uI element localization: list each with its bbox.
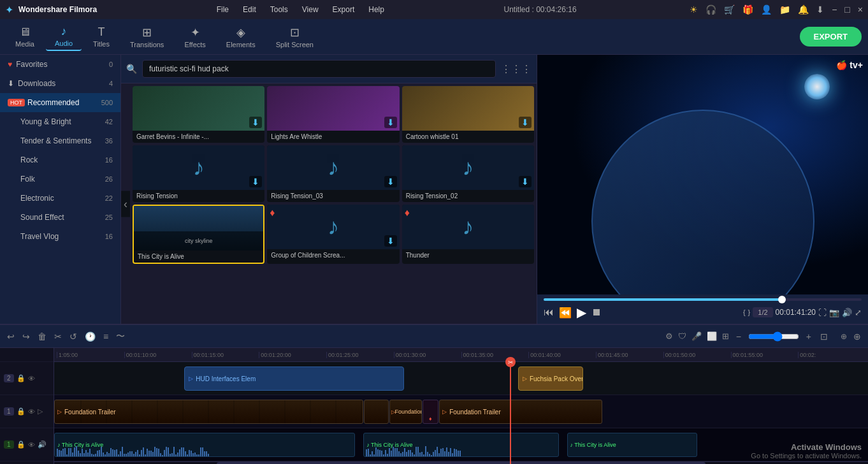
download-lights-btn[interactable]: ⬇ [384, 117, 397, 128]
color-btn[interactable]: ≡ [101, 330, 110, 344]
fit-btn[interactable]: ⊡ [818, 330, 830, 344]
download-icon[interactable]: ⬇ [816, 4, 824, 15]
timeline-tracks-area[interactable]: 1:05:00 00:01:10:00 00:01:15:00 00:01:20… [54, 348, 868, 464]
media-item-group-children[interactable]: ♪ ♦ ⬇ Group of Children Screa... [267, 205, 399, 264]
media-item-lights[interactable]: ⬇ Lights Are Whistle [267, 86, 399, 143]
stop-btn[interactable]: ⏹ [591, 307, 602, 318]
volume-btn[interactable]: 🔊 [842, 308, 852, 317]
menu-tools[interactable]: Tools [264, 4, 294, 15]
sidebar-item-downloads[interactable]: ⬇ Downloads 4 [0, 74, 120, 93]
media-item-thunder[interactable]: ♪ ♦ Thunder [402, 205, 534, 264]
add-track-left-btn[interactable]: ⊕ [839, 330, 849, 343]
user-icon[interactable]: 👤 [761, 4, 772, 15]
delete-btn[interactable]: 🗑 [36, 330, 48, 344]
sidebar-item-folk[interactable]: Folk 26 [0, 170, 120, 189]
tab-audio[interactable]: ♪ Audio [46, 22, 82, 51]
fullscreen-btn[interactable]: ⛶ [818, 308, 827, 317]
maximize-btn[interactable]: □ [844, 4, 850, 15]
tab-effects[interactable]: ✦ Effects [175, 23, 214, 51]
tab-media[interactable]: 🖥 Media [6, 23, 43, 50]
prev-frame-btn[interactable]: ⏮ [544, 307, 554, 318]
export-tl-icon[interactable]: ⬜ [707, 331, 717, 341]
bell-icon[interactable]: 🔔 [798, 4, 809, 15]
sidebar-item-travel-vlog[interactable]: Travel Vlog 16 [0, 227, 120, 246]
media-item-garret[interactable]: ⬇ Garret Bevins - Infinite -... [133, 86, 264, 143]
menu-file[interactable]: File [210, 4, 235, 15]
mic-icon[interactable]: 🎤 [691, 331, 702, 341]
tab-transitions[interactable]: ⊞ Transitions [121, 23, 173, 51]
sidebar-item-sound-effect[interactable]: Sound Effect 25 [0, 208, 120, 227]
sidebar-item-recommended[interactable]: HOT Recommended 500 [0, 93, 120, 112]
cart-icon[interactable]: 🛒 [724, 4, 735, 15]
sidebar-item-favorites[interactable]: ♥ Favorites 0 [0, 55, 120, 74]
audio-btn[interactable]: 〜 [114, 329, 127, 344]
media-item-rising-tension-03[interactable]: ♪ ⬇ Rising Tension_03 [267, 145, 399, 202]
clip-hud-interfaces[interactable]: ▷ HUD Interfaces Elem [184, 366, 404, 391]
preview-progress-bar[interactable] [544, 298, 862, 301]
minimize-btn[interactable]: − [832, 4, 837, 15]
track-1-lock-btn[interactable]: 🔒 [17, 407, 25, 416]
menu-edit[interactable]: Edit [236, 4, 263, 15]
clip-f-small[interactable] [364, 400, 388, 424]
download-rising03-btn[interactable]: ⬇ [384, 176, 397, 187]
screenshot-btn[interactable]: 📷 [829, 308, 839, 317]
media-item-rising-tension[interactable]: ♪ ⬇ Rising Tension [133, 145, 264, 202]
redo-btn[interactable]: ↪ [20, 330, 32, 344]
track-1-eye-btn[interactable]: 👁 [28, 407, 35, 416]
download-rising-btn[interactable]: ⬇ [249, 176, 262, 187]
export-button[interactable]: EXPORT [800, 27, 862, 47]
tab-elements[interactable]: ◈ Elements [217, 23, 264, 51]
expand-btn[interactable]: ⤢ [855, 308, 862, 317]
menu-help[interactable]: Help [362, 4, 391, 15]
progress-thumb[interactable] [778, 296, 786, 303]
tab-titles[interactable]: T Titles [84, 23, 119, 50]
timeline-scrollbar[interactable] [54, 461, 868, 464]
download-group-btn[interactable]: ⬇ [384, 235, 397, 247]
search-input[interactable] [142, 60, 496, 78]
audio-track-vol-btn[interactable]: 🔊 [38, 440, 47, 449]
track-2-lock-btn[interactable]: 🔒 [17, 374, 25, 382]
track-2-eye-btn[interactable]: 👁 [28, 374, 35, 382]
audio-clip-2[interactable]: ♪ This City is Alive [363, 433, 558, 457]
audio-clip-1[interactable]: ♪ This City is Alive [54, 433, 355, 457]
grid-view-icon[interactable]: ⋮⋮⋮ [501, 63, 532, 75]
media-item-rising-tension-02[interactable]: ♪ ⬇ Rising Tension_02 [402, 145, 534, 202]
download-garret-btn[interactable]: ⬇ [249, 117, 262, 128]
clip-fuchsia[interactable]: ▷ Fuchsia Pack Overla ♦ [518, 366, 583, 391]
undo-btn[interactable]: ↩ [5, 330, 17, 344]
close-btn[interactable]: × [858, 4, 863, 15]
zoom-slider[interactable] [748, 331, 799, 342]
sun-icon[interactable]: ☀ [690, 4, 698, 15]
track-1-play-btn[interactable]: ▷ [38, 407, 43, 416]
media-item-cartoon[interactable]: ⬇ Cartoon whistle 01 [402, 86, 534, 143]
clip-foundation-1[interactable]: ▷ Foundation Trailer [54, 400, 363, 424]
clip-foundation-3[interactable]: ▷ Foundation Trailer [439, 400, 602, 424]
tab-split-screen[interactable]: ⊡ Split Screen [267, 23, 322, 51]
zoom-in-btn[interactable]: + [804, 330, 813, 344]
audio-track-lock-btn[interactable]: 🔒 [17, 440, 25, 449]
gift-icon[interactable]: 🎁 [742, 4, 753, 15]
cut-btn[interactable]: ✂ [52, 330, 64, 344]
shield-icon[interactable]: 🛡 [678, 331, 686, 341]
audio-track-eye-btn[interactable]: 👁 [28, 440, 35, 449]
media-item-this-city[interactable]: city skyline This City is Alive [133, 205, 264, 264]
step-back-btn[interactable]: ⏪ [559, 307, 572, 319]
sidebar-item-rock[interactable]: Rock 16 [0, 150, 120, 170]
clip-foundation-2[interactable]: ▷ Foundation... [389, 400, 422, 424]
menu-view[interactable]: View [296, 4, 325, 15]
history-btn[interactable]: ↺ [68, 330, 79, 344]
play-btn[interactable]: ▶ [577, 305, 586, 320]
sidebar-item-tender[interactable]: Tender & Sentiments 36 [0, 131, 120, 150]
sidebar-item-electronic[interactable]: Electronic 22 [0, 189, 120, 208]
audio-clip-3[interactable]: ♪ This City is Alive [567, 433, 697, 457]
clip-small-gem[interactable]: ♦ [423, 400, 439, 424]
download-rising02-btn[interactable]: ⬇ [519, 176, 532, 187]
menu-export[interactable]: Export [326, 4, 361, 15]
add-track-btn[interactable]: ⊕ [851, 330, 863, 344]
download-cartoon-btn[interactable]: ⬇ [519, 117, 532, 128]
sidebar-item-young-bright[interactable]: Young & Bright 42 [0, 112, 120, 131]
settings-icon[interactable]: ⚙ [665, 331, 673, 341]
folder-icon[interactable]: 📁 [779, 4, 790, 15]
keyframe-btn[interactable]: 🕐 [83, 330, 98, 344]
headphones-icon[interactable]: 🎧 [705, 4, 716, 15]
